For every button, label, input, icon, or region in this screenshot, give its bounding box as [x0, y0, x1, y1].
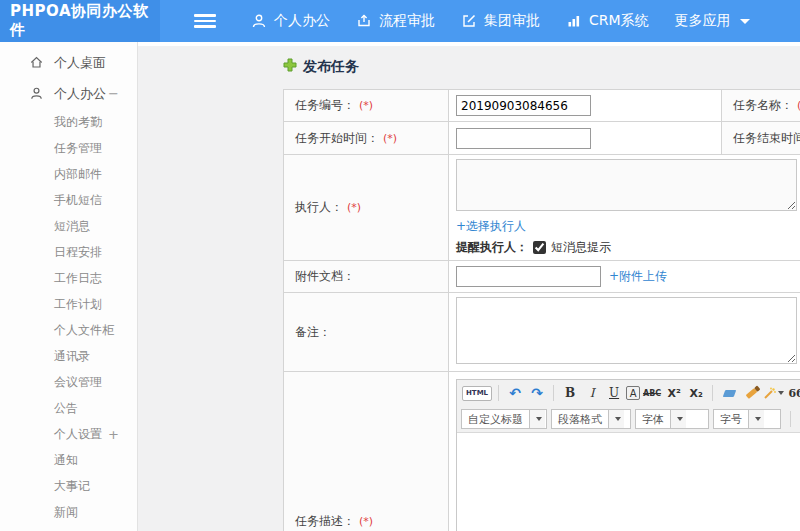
nav-workflow-approval[interactable]: 流程审批 [343, 0, 448, 42]
sidebar-item-personal-office[interactable]: 个人办公 − [0, 78, 137, 109]
sms-remind-label: 短消息提示 [551, 239, 611, 256]
attachment-label: 附件文档： [284, 261, 449, 293]
end-time-label: 任务结束时间：(*) [722, 122, 800, 155]
app-logo: PHPOA协同办公软件 [0, 0, 160, 42]
executor-textarea[interactable] [456, 159, 797, 211]
flow-approval-icon [356, 13, 372, 29]
user-icon [251, 13, 267, 29]
font-size-select[interactable]: 字号 [713, 409, 781, 429]
collapse-icon[interactable]: − [108, 86, 119, 101]
hamburger-menu-icon[interactable] [194, 0, 216, 42]
eraser-button[interactable] [719, 383, 739, 403]
sidebar-item-notice[interactable]: 通知 [0, 447, 137, 473]
user-icon [28, 85, 45, 102]
rich-text-editor: HTML ↶ ↷ B I U A ABC X² [456, 379, 800, 531]
sidebar-item-personal-desktop[interactable]: 个人桌面 [0, 47, 137, 78]
strikethrough-button[interactable]: ABC [642, 383, 662, 403]
task-number-input[interactable] [456, 95, 591, 116]
sidebar-item-events[interactable]: 大事记 [0, 473, 137, 499]
topbar: PHPOA协同办公软件 个人办公 流程审批 集团审批 CRM系统 更多应用 [0, 0, 800, 42]
remark-label: 备注： [284, 293, 449, 372]
underline-button[interactable]: U [604, 383, 624, 403]
page-title: 发布任务 [283, 57, 800, 76]
editor-toolbar-row2: 自定义标题 段落格式 字体 字号 [457, 406, 800, 433]
sms-remind-checkbox[interactable] [533, 241, 546, 254]
nav-group-approval[interactable]: 集团审批 [448, 0, 553, 42]
main-content: 发布任务 任务编号：(*) 任务名称：(*) 任务开始时间：(*) 任务结束时间… [138, 42, 800, 531]
superscript-button[interactable]: X² [664, 383, 684, 403]
custom-title-select[interactable]: 自定义标题 [461, 409, 547, 429]
sidebar-item-meeting-management[interactable]: 会议管理 [0, 369, 137, 395]
sidebar-item-my-attendance[interactable]: 我的考勤 [0, 109, 137, 135]
task-name-label: 任务名称：(*) [722, 90, 800, 122]
remark-textarea[interactable] [456, 297, 797, 364]
paragraph-format-select[interactable]: 段落格式 [551, 409, 631, 429]
sidebar-item-personal-settings[interactable]: 个人设置 + [0, 421, 137, 447]
bar-chart-icon [566, 13, 582, 29]
bold-button[interactable]: B [560, 383, 580, 403]
add-plus-icon [283, 57, 297, 76]
sidebar-item-announcement[interactable]: 公告 [0, 395, 137, 421]
blockquote-button[interactable]: 66 [786, 383, 800, 403]
undo-button[interactable]: ↶ [505, 383, 525, 403]
sidebar-item-work-plan[interactable]: 工作计划 [0, 291, 137, 317]
format-brush-button[interactable] [741, 383, 761, 403]
start-time-input[interactable] [456, 128, 591, 149]
top-navigation: 个人办公 流程审批 集团审批 CRM系统 更多应用 [238, 0, 763, 42]
font-family-select[interactable]: 字体 [635, 409, 709, 429]
publish-task-form: 任务编号：(*) 任务名称：(*) 任务开始时间：(*) 任务结束时间：(*) … [283, 89, 800, 531]
executor-label: 执行人：(*) [284, 155, 449, 261]
chevron-down-icon [608, 410, 624, 428]
sidebar: 个人桌面 个人办公 − 我的考勤 任务管理 内部邮件 手机短信 短消息 日程安排… [0, 42, 138, 531]
task-number-label: 任务编号：(*) [284, 90, 449, 122]
editor-content-area[interactable] [457, 433, 800, 531]
sidebar-item-contacts[interactable]: 通讯录 [0, 343, 137, 369]
start-time-label: 任务开始时间：(*) [284, 122, 449, 155]
sidebar-item-work-log[interactable]: 工作日志 [0, 265, 137, 291]
attachment-upload-link[interactable]: +附件上传 [609, 268, 667, 285]
text-style-button[interactable]: A [626, 386, 640, 400]
sidebar-item-news[interactable]: 新闻 [0, 499, 137, 525]
nav-more-apps[interactable]: 更多应用 [662, 0, 763, 42]
chevron-down-icon [529, 410, 545, 428]
chevron-down-icon [778, 391, 784, 395]
italic-button[interactable]: I [582, 383, 602, 403]
editor-toolbar-row1: HTML ↶ ↷ B I U A ABC X² [457, 380, 800, 406]
chevron-down-icon [748, 410, 764, 428]
sidebar-item-personal-file-cabinet[interactable]: 个人文件柜 [0, 317, 137, 343]
nav-personal-office[interactable]: 个人办公 [238, 0, 343, 42]
description-label: 任务描述：(*) [284, 372, 449, 531]
sidebar-item-sms[interactable]: 手机短信 [0, 187, 137, 213]
redo-button[interactable]: ↷ [527, 383, 547, 403]
html-source-button[interactable]: HTML [462, 386, 492, 401]
expand-icon[interactable]: + [108, 427, 119, 442]
remind-executor-label: 提醒执行人： [456, 239, 528, 256]
quick-format-button[interactable] [763, 383, 784, 403]
sidebar-item-internal-mail[interactable]: 内部邮件 [0, 161, 137, 187]
chevron-down-icon [740, 19, 750, 24]
attachment-input[interactable] [456, 266, 601, 287]
sidebar-item-schedule[interactable]: 日程安排 [0, 239, 137, 265]
choose-executor-link[interactable]: +选择执行人 [456, 219, 526, 233]
home-icon [28, 54, 45, 71]
edit-icon [461, 13, 477, 29]
sidebar-item-short-message[interactable]: 短消息 [0, 213, 137, 239]
sidebar-item-task-management[interactable]: 任务管理 [0, 135, 137, 161]
nav-crm-system[interactable]: CRM系统 [553, 0, 662, 42]
chevron-down-icon [670, 410, 686, 428]
subscript-button[interactable]: X₂ [686, 383, 706, 403]
